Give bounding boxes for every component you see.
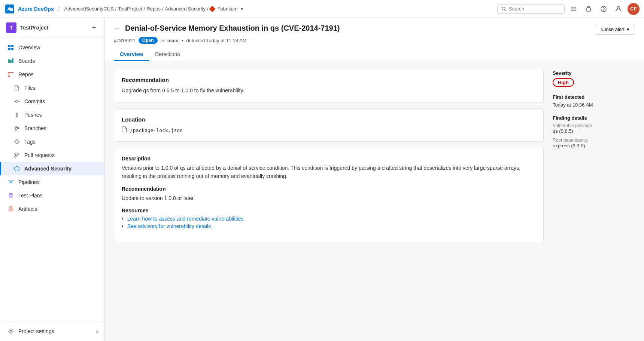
breadcrumb-project[interactable]: TestProject	[118, 6, 142, 12]
avatar[interactable]: CF	[628, 3, 640, 15]
svg-rect-11	[11, 45, 13, 47]
recommendation-card: Recommendation Upgrade qs from 0.6.5 to …	[114, 69, 544, 102]
main-cards: Recommendation Upgrade qs from 0.6.5 to …	[114, 69, 544, 242]
finding-details-label: Finding details	[553, 115, 635, 121]
sidebar-footer: Project settings «	[0, 321, 104, 341]
svg-rect-3	[571, 7, 576, 7]
project-icon: T	[6, 22, 16, 33]
list-icon	[570, 6, 577, 12]
cart-icon-btn[interactable]	[583, 3, 595, 15]
sidebar-item-boards[interactable]: Boards	[0, 54, 104, 68]
finding-details-section: Finding details Vulnerable package qs (0…	[553, 115, 635, 148]
breadcrumb-repos[interactable]: Repos	[146, 6, 161, 12]
vulnerable-package-label: Vulnerable package	[553, 123, 635, 128]
azure-devops-logo	[4, 4, 15, 14]
svg-rect-15	[10, 60, 12, 63]
user-icon-btn[interactable]	[613, 3, 625, 15]
search-input[interactable]	[509, 6, 561, 12]
resource-item-1: Learn how to assess and remediate vulner…	[122, 216, 536, 222]
chevron-down-icon: ▾	[241, 6, 243, 12]
description-section: Description Versions prior to 1.0.0 of q…	[122, 156, 536, 181]
sidebar-item-files[interactable]: Files	[0, 81, 104, 95]
shopping-bag-icon	[585, 6, 592, 12]
sidebar-item-repos[interactable]: Repos	[0, 68, 104, 81]
svg-point-1	[502, 7, 505, 10]
sidebar-item-test-plans[interactable]: Test Plans	[0, 189, 104, 202]
help-icon: ?	[600, 6, 607, 12]
root-dependency-value: express (3.3.0)	[553, 143, 635, 148]
severity-label: Severity	[553, 70, 635, 76]
inner-recommendation-text: Update to version 1.0.0 or later.	[122, 194, 536, 202]
main-content: ← Denial-of-Service Memory Exhaustion in…	[105, 18, 644, 341]
svg-point-36	[15, 156, 16, 157]
topbar: Azure DevOps / AdvancedSecurityCUS / Tes…	[0, 0, 644, 18]
breadcrumb-advanced-security[interactable]: Advanced Security	[165, 6, 206, 12]
file-icon	[122, 126, 127, 134]
test-plans-icon	[7, 192, 15, 199]
svg-point-27	[16, 113, 18, 114]
artifacts-icon	[7, 205, 15, 213]
alert-meta: #7318921 Open in main • detected Today a…	[114, 37, 635, 44]
search-icon	[501, 6, 507, 12]
resource-link-2[interactable]: See advisory for vulnerability details	[127, 223, 211, 229]
sidebar-item-pipelines[interactable]: Pipelines	[0, 175, 104, 189]
inner-recommendation-section: Recommendation Update to version 1.0.0 o…	[122, 186, 536, 202]
sidebar-item-pull-requests[interactable]: Pull requests	[0, 148, 104, 162]
chevron-down-icon: ▾	[627, 27, 629, 32]
resources-title: Resources	[122, 208, 536, 213]
shield-icon	[13, 165, 21, 172]
svg-rect-42	[9, 194, 13, 198]
help-icon-btn[interactable]: ?	[598, 3, 610, 15]
topbar-actions: ? CF	[497, 3, 640, 15]
repos-icon	[7, 71, 15, 78]
file-item: /package-lock.json	[122, 126, 536, 134]
tab-overview[interactable]: Overview	[114, 48, 149, 61]
breadcrumb-org[interactable]: AdvancedSecurityCUS	[64, 6, 114, 12]
sidebar-item-overview[interactable]: Overview	[0, 41, 104, 54]
search-box[interactable]	[497, 4, 565, 14]
recommendation-card-title: Recommendation	[122, 77, 536, 83]
settings-list-icon-btn[interactable]	[568, 3, 580, 15]
sidebar-item-branches[interactable]: Branches	[0, 122, 104, 135]
collapse-icon[interactable]: «	[95, 328, 98, 334]
back-button[interactable]: ←	[114, 24, 121, 32]
add-project-button[interactable]: +	[89, 23, 98, 32]
file-path: /package-lock.json	[130, 128, 183, 133]
svg-rect-12	[8, 48, 10, 50]
sidebar-item-advanced-security[interactable]: Advanced Security	[0, 162, 104, 175]
sidebar-item-artifacts[interactable]: Artifacts	[0, 202, 104, 216]
content-header: ← Denial-of-Service Memory Exhaustion in…	[105, 18, 644, 61]
first-detected-label: First detected	[553, 94, 635, 100]
overview-icon	[7, 44, 15, 51]
svg-point-34	[15, 153, 16, 154]
content-body: Recommendation Upgrade qs from 0.6.5 to …	[105, 61, 644, 250]
alert-status-badge: Open	[139, 37, 158, 44]
svg-rect-43	[9, 208, 13, 211]
alert-title-row: ← Denial-of-Service Memory Exhaustion in…	[114, 24, 635, 35]
svg-rect-16	[12, 58, 13, 63]
root-dependency-label: Root dependency	[553, 138, 635, 143]
commits-icon	[13, 98, 21, 105]
svg-point-29	[15, 126, 16, 128]
alert-detected: detected Today at 11:18 AM	[186, 38, 247, 43]
sidebar-nav: Overview Boards Repos File	[0, 38, 104, 219]
branches-icon	[13, 125, 21, 132]
svg-rect-6	[587, 8, 590, 11]
sidebar-item-commits[interactable]: Commits	[0, 95, 104, 108]
breadcrumb-fabrikam[interactable]: Fabrikam ▾	[210, 6, 243, 12]
resource-link-1[interactable]: Learn how to assess and remediate vulner…	[127, 216, 244, 222]
sidebar-item-project-settings[interactable]: Project settings «	[0, 325, 104, 338]
files-icon	[13, 84, 21, 92]
pipelines-icon	[7, 178, 15, 186]
tab-detections[interactable]: Detections	[149, 48, 186, 61]
brand-label: Azure DevOps	[18, 6, 54, 12]
sidebar-item-pushes[interactable]: Pushes	[0, 108, 104, 122]
svg-point-33	[16, 141, 16, 141]
svg-point-30	[15, 129, 16, 130]
severity-badge: High	[553, 78, 574, 87]
svg-text:?: ?	[602, 7, 605, 11]
breadcrumb-sep-1: /	[58, 6, 60, 12]
sidebar-item-tags[interactable]: Tags	[0, 135, 104, 148]
close-alert-button[interactable]: Close alert ▾	[596, 24, 635, 35]
vulnerable-package-value: qs (0.6.5)	[553, 128, 635, 134]
